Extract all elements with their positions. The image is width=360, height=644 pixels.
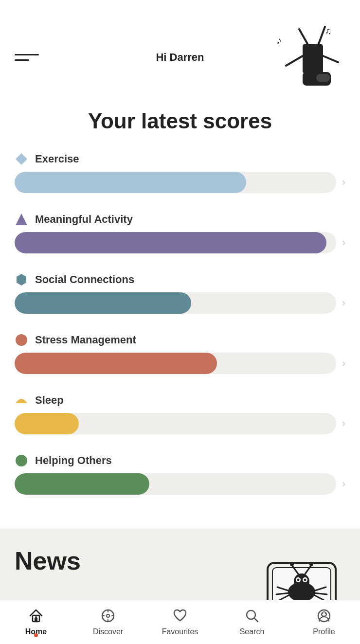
score-item-sleep[interactable]: Sleep › [15,394,345,434]
sleep-icon [15,394,28,407]
sleep-bar-fill [15,413,79,434]
sleep-label: Sleep [35,394,64,407]
hamburger-menu[interactable] [15,54,39,61]
svg-point-17 [294,573,309,589]
meaningful-activity-label: Meaningful Activity [35,213,133,226]
exercise-bar-track [15,172,336,193]
svg-point-24 [290,562,294,566]
svg-rect-2 [303,44,323,74]
header-illustration: ♪ ♫ [268,19,345,95]
bottom-nav: Home Discover Favourites [0,600,360,644]
meaningful-activity-bar-track [15,232,336,253]
social-connections-icon [15,273,28,286]
header: Hi Darren ♪ ♫ [0,0,360,105]
svg-point-13 [16,455,27,466]
svg-text:♫: ♫ [325,26,332,36]
stress-management-bar-track [15,353,336,374]
helping-others-icon [15,454,28,467]
svg-point-45 [322,613,323,614]
svg-point-36 [107,614,109,617]
nav-item-home[interactable]: Home [0,600,72,644]
svg-point-25 [309,562,313,566]
svg-point-21 [304,579,306,581]
score-item-exercise[interactable]: Exercise › [15,152,345,193]
header-greeting: Hi Darren [156,51,204,64]
svg-point-46 [325,613,326,614]
profile-nav-label: Profile [313,627,335,636]
scores-list: Exercise › Meaningful Activity [15,152,345,495]
social-connections-chevron: › [342,297,345,309]
stress-management-icon [15,333,28,347]
exercise-bar-fill [15,172,246,193]
search-nav-label: Search [240,627,265,636]
nav-item-discover[interactable]: Discover [72,600,144,644]
discover-icon [99,607,117,625]
meaningful-activity-bar-fill [15,232,326,253]
svg-point-34 [35,616,37,618]
score-item-meaningful-activity[interactable]: Meaningful Activity › [15,213,345,253]
stress-management-chevron: › [342,357,345,370]
nav-item-favourites[interactable]: Favourites [144,600,216,644]
score-item-stress-management[interactable]: Stress Management › [15,333,345,374]
exercise-chevron: › [342,176,345,189]
svg-marker-11 [17,274,26,286]
social-connections-bar-track [15,292,336,314]
exercise-label: Exercise [35,153,79,165]
nav-item-search[interactable]: Search [216,600,288,644]
discover-nav-label: Discover [93,627,123,636]
helping-others-bar-fill [15,473,149,495]
svg-line-5 [299,29,307,44]
svg-rect-33 [35,618,37,622]
favourites-icon [171,607,189,625]
score-item-helping-others[interactable]: Helping Others › [15,454,345,495]
svg-line-42 [254,618,258,622]
meaningful-activity-chevron: › [342,236,345,249]
svg-line-6 [319,27,325,44]
svg-line-7 [286,56,303,66]
svg-line-8 [323,56,338,62]
stress-management-label: Stress Management [35,334,136,346]
favourites-nav-label: Favourites [162,627,198,636]
exercise-icon [15,152,28,166]
news-title: News [15,548,81,573]
score-item-social-connections[interactable]: Social Connections › [15,273,345,314]
sleep-chevron: › [342,417,345,430]
social-connections-bar-fill [15,292,191,314]
svg-rect-4 [316,74,330,82]
home-nav-dot [34,633,38,637]
svg-point-12 [16,334,27,346]
stress-management-bar-fill [15,353,217,374]
helping-others-bar-track [15,473,336,495]
svg-point-20 [297,579,300,581]
svg-marker-9 [16,153,27,165]
social-connections-label: Social Connections [35,273,134,286]
main-content: Your latest scores Exercise › [0,105,360,529]
home-icon [27,607,45,625]
page-title: Your latest scores [15,109,345,133]
helping-others-label: Helping Others [35,454,112,467]
svg-marker-10 [16,214,27,225]
sleep-bar-track [15,413,336,434]
search-icon [243,607,261,625]
helping-others-chevron: › [342,478,345,490]
profile-icon [315,607,333,625]
meaningful-activity-icon [15,213,28,226]
nav-item-profile[interactable]: Profile [288,600,360,644]
svg-text:♪: ♪ [276,34,282,46]
